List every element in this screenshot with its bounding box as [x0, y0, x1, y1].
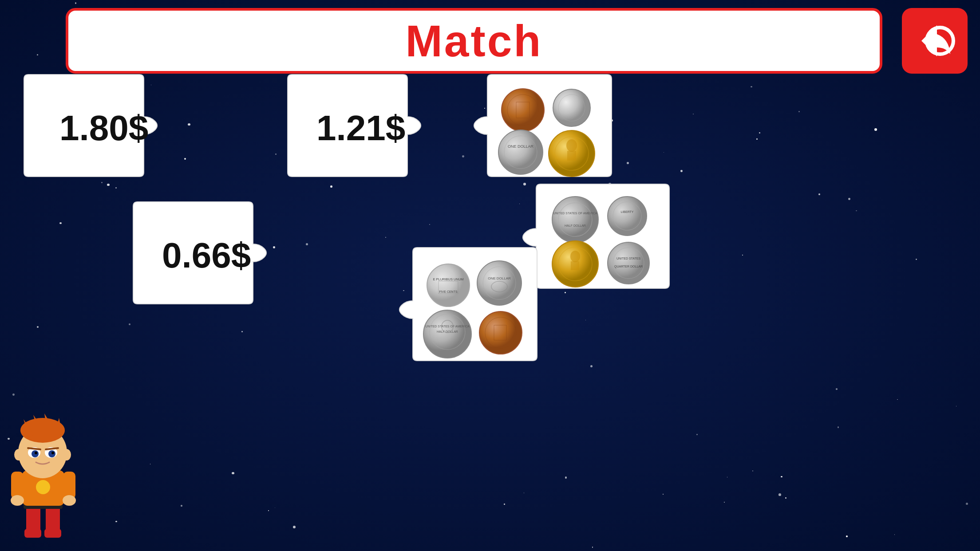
svg-rect-51: [11, 472, 24, 499]
svg-point-13: [552, 197, 598, 243]
puzzle-value-3: 0.66$: [129, 202, 288, 304]
value-text-1: 1.80$: [59, 108, 148, 148]
character: [7, 413, 80, 541]
svg-point-1: [502, 89, 544, 131]
svg-text:UNITED STATES: UNITED STATES: [616, 257, 641, 260]
svg-text:UNITED STATES OF AMERICA: UNITED STATES OF AMERICA: [425, 325, 470, 328]
svg-rect-23: [571, 261, 579, 270]
svg-text:E PLURIBUS UNUM: E PLURIBUS UNUM: [433, 277, 463, 281]
svg-point-24: [608, 242, 649, 284]
svg-rect-46: [26, 506, 40, 532]
title-box: Match: [66, 8, 882, 74]
back-icon: [913, 19, 957, 63]
svg-point-69: [62, 449, 71, 460]
puzzle-coins-1[interactable]: ONE DOLLAR: [474, 75, 612, 177]
svg-text:FIVE CENTS: FIVE CENTS: [439, 290, 458, 293]
svg-rect-52: [63, 472, 75, 499]
puzzle-value-2: 1.21$: [283, 75, 443, 177]
svg-rect-47: [46, 506, 60, 532]
svg-point-28: [427, 264, 470, 307]
puzzle-value-1: 1.80$: [20, 75, 179, 177]
puzzle-coins-3[interactable]: E PLURIBUS UNUM FIVE CENTS ONE DOLLAR UN…: [399, 248, 537, 361]
title-text: Match: [406, 16, 543, 67]
svg-point-22: [570, 251, 580, 262]
svg-point-54: [63, 495, 76, 506]
svg-rect-12: [567, 151, 576, 161]
svg-point-66: [35, 452, 37, 454]
svg-point-17: [608, 197, 647, 236]
svg-point-36: [423, 310, 471, 358]
value-text-2: 1.21$: [316, 108, 405, 148]
back-button[interactable]: [902, 8, 968, 74]
puzzle-coins-2[interactable]: UNITED STATES OF AMERICA HALF DOLLAR LIB…: [523, 184, 669, 288]
svg-text:ONE DOLLAR: ONE DOLLAR: [508, 144, 534, 149]
svg-point-41: [479, 311, 522, 354]
svg-point-68: [14, 449, 23, 460]
svg-point-11: [566, 139, 577, 152]
svg-point-4: [553, 89, 590, 126]
svg-text:LIBERTY: LIBERTY: [620, 210, 633, 213]
svg-point-50: [36, 480, 50, 494]
svg-point-53: [11, 495, 24, 506]
svg-point-32: [477, 261, 522, 305]
svg-point-6: [498, 130, 543, 174]
svg-point-67: [51, 452, 54, 454]
svg-text:ONE DOLLAR: ONE DOLLAR: [488, 276, 511, 280]
svg-text:QUARTER DOLLAR: QUARTER DOLLAR: [614, 265, 643, 268]
value-text-3: 0.66$: [162, 236, 251, 275]
svg-text:HALF DOLLAR: HALF DOLLAR: [565, 224, 586, 227]
